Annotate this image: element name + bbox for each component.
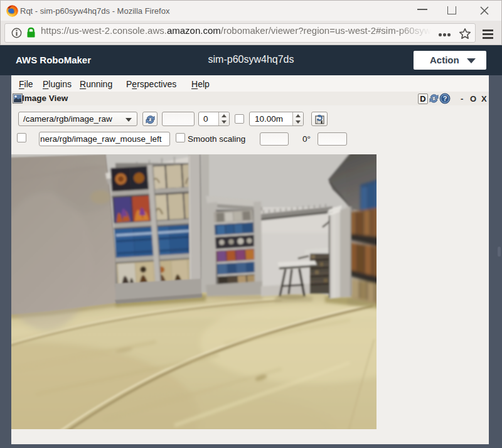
svg-text:?: ? <box>443 95 447 102</box>
